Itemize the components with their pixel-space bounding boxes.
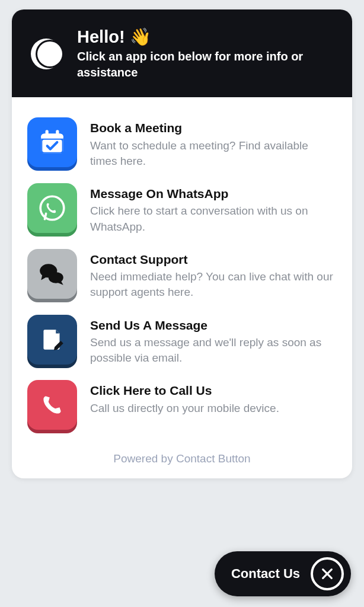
widget-footer-powered-by[interactable]: Powered by Contact Button (12, 443, 352, 478)
option-whatsapp[interactable]: Message On WhatsApp Click here to start … (24, 176, 340, 242)
option-text: Book a Meeting Want to schedule a meetin… (90, 117, 337, 169)
option-book-meeting[interactable]: Book a Meeting Want to schedule a meetin… (24, 110, 340, 176)
option-desc: Send us a message and we'll reply as soo… (90, 335, 337, 366)
header-text: Hello! 👋 Click an app icon below for mor… (77, 27, 336, 81)
widget-body: Book a Meeting Want to schedule a meetin… (12, 97, 352, 443)
option-send-message[interactable]: Send Us A Message Send us a message and … (24, 308, 340, 373)
svg-point-9 (40, 196, 64, 220)
phone-icon (27, 380, 77, 430)
option-text: Message On WhatsApp Click here to start … (90, 183, 337, 235)
close-icon[interactable] (311, 557, 344, 590)
option-desc: Want to schedule a meeting? Find availab… (90, 138, 337, 169)
header-subtitle: Click an app icon below for more info or… (77, 49, 336, 81)
whatsapp-icon (27, 183, 77, 233)
option-text: Send Us A Message Send us a message and … (90, 315, 337, 366)
option-desc: Need immediate help? You can live chat w… (90, 269, 337, 300)
calendar-icon (27, 117, 77, 167)
option-title: Book a Meeting (90, 120, 337, 136)
option-desc: Click here to start a conversation with … (90, 203, 337, 234)
option-text: Contact Support Need immediate help? You… (90, 249, 337, 301)
contact-us-fab[interactable]: Contact Us (215, 551, 351, 596)
option-title: Message On WhatsApp (90, 186, 337, 202)
svg-rect-8 (56, 130, 59, 136)
option-title: Contact Support (90, 251, 337, 267)
compose-document-icon (27, 315, 77, 365)
header-title: Hello! 👋 (77, 27, 336, 47)
option-contact-support[interactable]: Contact Support Need immediate help? You… (24, 242, 340, 308)
option-title: Click Here to Call Us (90, 382, 337, 398)
option-text: Click Here to Call Us Call us directly o… (90, 380, 337, 416)
option-call-us[interactable]: Click Here to Call Us Call us directly o… (24, 373, 340, 437)
widget-header: Hello! 👋 Click an app icon below for mor… (12, 9, 352, 97)
svg-rect-7 (46, 130, 49, 136)
option-desc: Call us directly on your mobile device. (90, 401, 337, 416)
chat-bubbles-icon (27, 249, 77, 299)
option-title: Send Us A Message (90, 317, 337, 333)
moon-logo-icon (28, 36, 64, 72)
fab-label: Contact Us (231, 566, 300, 582)
contact-widget: Hello! 👋 Click an app icon below for mor… (12, 9, 352, 478)
svg-point-2 (37, 41, 62, 66)
